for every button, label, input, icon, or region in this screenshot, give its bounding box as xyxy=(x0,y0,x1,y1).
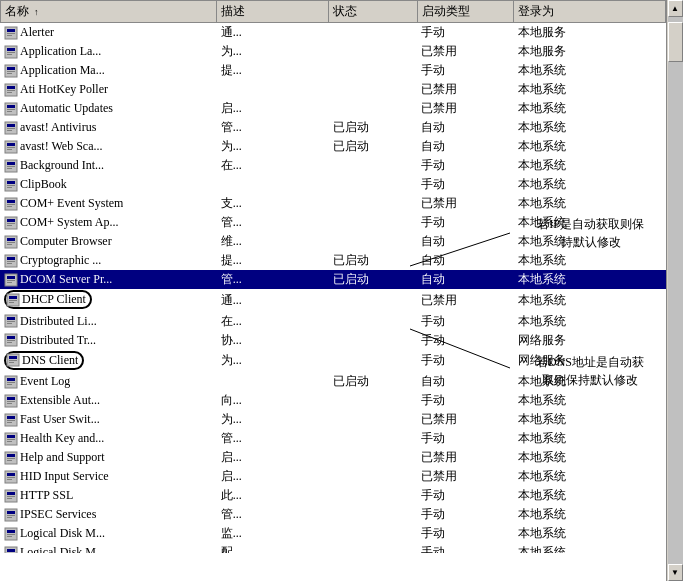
scroll-thumb[interactable] xyxy=(668,22,683,62)
service-name-cell: Alerter xyxy=(0,23,217,42)
svg-rect-27 xyxy=(7,149,12,150)
table-row[interactable]: COM+ Event System支...已禁用本地系统 xyxy=(0,194,666,213)
service-startup-cell: 已禁用 xyxy=(417,467,513,486)
svg-rect-62 xyxy=(7,321,15,322)
service-status-cell xyxy=(329,23,417,42)
service-name: Extensible Aut... xyxy=(20,393,100,408)
table-row[interactable]: HTTP SSL此...手动本地系统 xyxy=(0,486,666,505)
svg-rect-99 xyxy=(7,498,12,499)
service-desc-cell xyxy=(217,175,329,194)
service-login-cell: 本地系统 xyxy=(514,312,667,331)
scroll-up-button[interactable]: ▲ xyxy=(668,0,683,17)
service-icon xyxy=(4,508,18,522)
service-icon xyxy=(4,546,18,554)
service-startup-cell: 手动 xyxy=(417,175,513,194)
service-login-cell: 网络服务 xyxy=(514,331,667,350)
service-name: Ati HotKey Poller xyxy=(20,82,108,97)
svg-rect-69 xyxy=(9,356,17,359)
table-row[interactable]: Alerter通...手动本地服务 xyxy=(0,23,666,42)
service-startup-cell: 手动 xyxy=(417,331,513,350)
svg-rect-106 xyxy=(7,534,15,535)
service-startup-cell: 自动 xyxy=(417,251,513,270)
service-status-cell xyxy=(329,42,417,61)
table-row[interactable]: avast! Web Sca...为...已启动自动本地系统 xyxy=(0,137,666,156)
service-startup-cell: 手动 xyxy=(417,505,513,524)
col-header-startup[interactable]: 启动类型 xyxy=(417,1,513,23)
table-row[interactable]: avast! Antivirus管...已启动自动本地系统 xyxy=(0,118,666,137)
service-icon xyxy=(4,102,18,116)
service-name: HTTP SSL xyxy=(20,488,73,503)
table-row[interactable]: Extensible Aut...向...手动本地系统 xyxy=(0,391,666,410)
service-desc-cell: 在... xyxy=(217,312,329,331)
service-startup-cell: 手动 xyxy=(417,61,513,80)
service-icon xyxy=(4,64,18,78)
col-header-login[interactable]: 登录为 xyxy=(513,1,665,23)
service-login-cell: 本地系统 xyxy=(514,156,667,175)
table-row[interactable]: Background Int...在...手动本地系统 xyxy=(0,156,666,175)
services-table: 名称 ↑ 描述 状态 启动类型 登录为 xyxy=(0,0,666,23)
service-desc-cell: 向... xyxy=(217,391,329,410)
service-name-cell: Computer Browser xyxy=(0,232,217,251)
service-status-cell: 已启动 xyxy=(329,372,417,391)
service-name-cell: Distributed Li... xyxy=(0,312,217,331)
svg-rect-5 xyxy=(7,48,15,51)
svg-rect-10 xyxy=(7,71,15,72)
service-name-cell: COM+ System Ap... xyxy=(0,213,217,232)
col-header-desc[interactable]: 描述 xyxy=(217,1,329,23)
service-desc-cell: 支... xyxy=(217,194,329,213)
service-name-cell: Background Int... xyxy=(0,156,217,175)
service-desc-cell: 通... xyxy=(217,23,329,42)
svg-rect-59 xyxy=(9,302,14,303)
service-startup-cell: 手动 xyxy=(417,350,513,373)
col-header-status[interactable]: 状态 xyxy=(329,1,417,23)
scroll-track[interactable] xyxy=(668,17,683,564)
service-name-cell: Event Log xyxy=(0,372,217,391)
table-row[interactable]: Distributed Tr...协...手动网络服务 xyxy=(0,331,666,350)
table-row[interactable]: HID Input Service启...已禁用本地系统 xyxy=(0,467,666,486)
service-icon xyxy=(4,451,18,465)
svg-rect-110 xyxy=(7,553,15,554)
table-row[interactable]: Logical Disk M...监...手动本地系统 xyxy=(0,524,666,543)
table-row[interactable]: Ati HotKey Poller已禁用本地系统 xyxy=(0,80,666,99)
service-desc-cell: 配... xyxy=(217,543,329,553)
table-row[interactable]: Help and Support启...已禁用本地系统 xyxy=(0,448,666,467)
table-body-scroll[interactable]: Alerter通...手动本地服务 Application La...为...已… xyxy=(0,23,666,553)
table-row[interactable]: ClipBook手动本地系统 xyxy=(0,175,666,194)
service-login-cell: 本地系统 xyxy=(514,175,667,194)
service-name-cell: Automatic Updates xyxy=(0,99,217,118)
svg-rect-41 xyxy=(7,219,15,222)
service-status-cell xyxy=(329,213,417,232)
service-name: Health Key and... xyxy=(20,431,104,446)
service-desc-cell: 通... xyxy=(217,289,329,312)
svg-rect-55 xyxy=(7,282,12,283)
table-row[interactable]: Application Ma...提...手动本地系统 xyxy=(0,61,666,80)
service-desc-cell: 为... xyxy=(217,42,329,61)
service-name-cell: Extensible Aut... xyxy=(0,391,217,410)
table-row[interactable]: Cryptographic ...提...已启动自动本地系统 xyxy=(0,251,666,270)
scroll-down-button[interactable]: ▼ xyxy=(668,564,683,581)
table-row[interactable]: Health Key and...管...手动本地系统 xyxy=(0,429,666,448)
service-name: Alerter xyxy=(20,25,54,40)
svg-rect-29 xyxy=(7,162,15,165)
table-row[interactable]: Logical Disk M...配...手动本地系统 xyxy=(0,543,666,553)
table-row[interactable]: Fast User Swit...为...已禁用本地系统 xyxy=(0,410,666,429)
table-row[interactable]: Distributed Li...在...手动本地系统 xyxy=(0,312,666,331)
service-name-cell: Health Key and... xyxy=(0,429,217,448)
table-row[interactable]: DHCP Client通...已禁用本地系统 xyxy=(0,289,666,312)
services-data-table: Alerter通...手动本地服务 Application La...为...已… xyxy=(0,23,666,553)
svg-rect-107 xyxy=(7,536,12,537)
service-desc-cell: 协... xyxy=(217,331,329,350)
svg-rect-13 xyxy=(7,86,15,89)
service-status-cell: 已启动 xyxy=(329,270,417,289)
vertical-scrollbar[interactable]: ▲ ▼ xyxy=(666,0,683,581)
table-row[interactable]: IPSEC Services管...手动本地系统 xyxy=(0,505,666,524)
table-row[interactable]: DCOM Server Pr...管...已启动自动本地系统 xyxy=(0,270,666,289)
svg-rect-85 xyxy=(7,435,15,438)
table-row[interactable]: Automatic Updates启...已禁用本地系统 xyxy=(0,99,666,118)
service-icon xyxy=(6,293,20,307)
service-name: Cryptographic ... xyxy=(20,253,101,268)
table-row[interactable]: Application La...为...已禁用本地服务 xyxy=(0,42,666,61)
service-name: COM+ Event System xyxy=(20,196,123,211)
service-desc-cell: 管... xyxy=(217,270,329,289)
col-header-name[interactable]: 名称 ↑ xyxy=(1,1,217,23)
